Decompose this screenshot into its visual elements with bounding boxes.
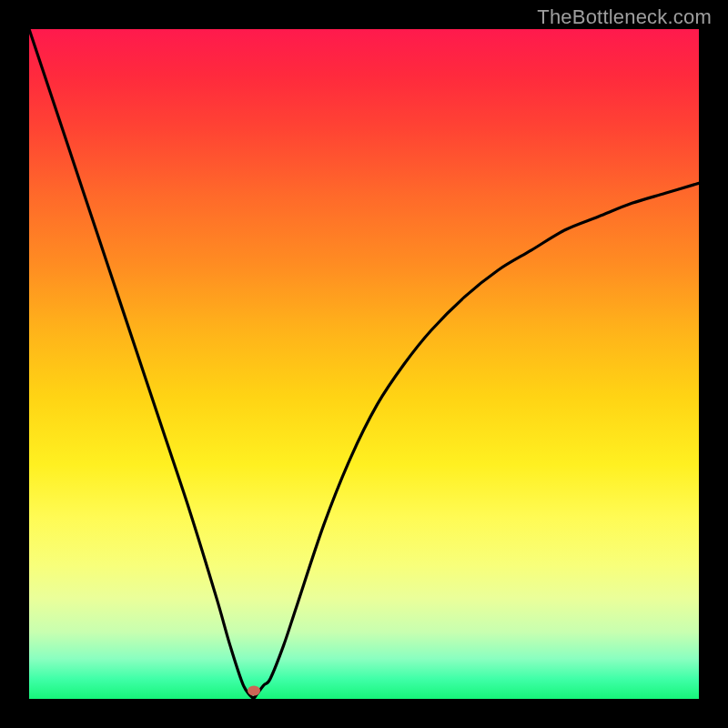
- plot-area: [29, 29, 699, 699]
- optimum-marker: [248, 686, 260, 696]
- chart-frame: TheBottleneck.com: [0, 0, 728, 728]
- watermark-text: TheBottleneck.com: [537, 5, 712, 29]
- bottleneck-curve: [29, 29, 699, 699]
